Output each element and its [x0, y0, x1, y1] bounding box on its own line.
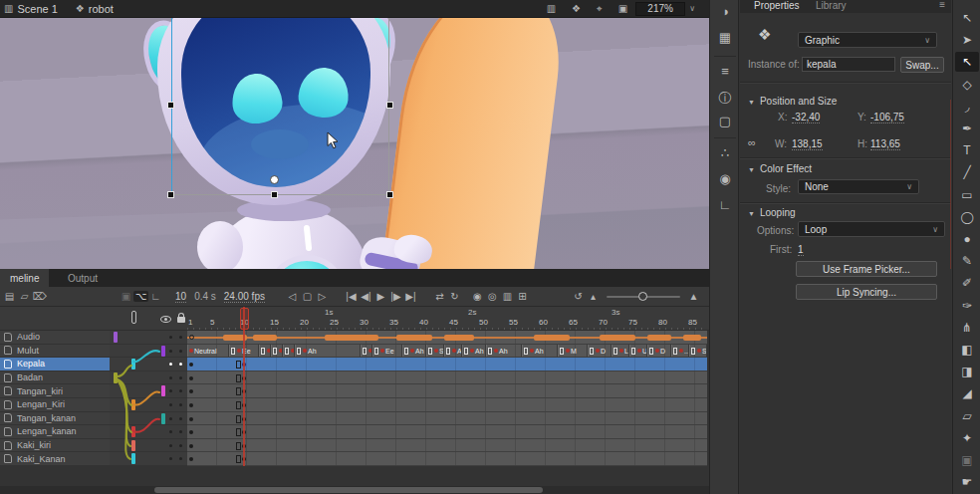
selection-handle-bottom-center[interactable] [271, 191, 278, 198]
step-forward-button[interactable]: |▶ [388, 291, 403, 302]
layer-name-tangan_kanan[interactable]: Tangan_kanan [0, 412, 110, 426]
mouth-keyframe-segment[interactable]: S [426, 345, 444, 359]
stage-canvas[interactable] [0, 18, 709, 269]
robot-left-shoulder[interactable] [197, 221, 243, 269]
transformation-point[interactable] [270, 175, 279, 184]
layer-row-lengan_kanan[interactable]: Lengan_kanan [0, 425, 709, 439]
onion-outlines-button[interactable]: ◎ [485, 291, 500, 302]
clip-content-icon[interactable]: ▣ [618, 3, 627, 14]
layer-row-lengan_kiri[interactable]: Lengan_Kiri [0, 398, 709, 412]
show-hide-all-icon[interactable] [160, 316, 171, 323]
layer-parent-cell[interactable] [110, 398, 165, 412]
layer-row-kepala[interactable]: Kepala [0, 358, 709, 371]
align-panel-icon[interactable]: ≡ [710, 64, 740, 79]
mouth-keyframe-segment[interactable]: D [361, 345, 372, 359]
lip-syncing-button[interactable]: Lip Syncing... [796, 284, 937, 300]
frames-lane-badan[interactable] [187, 371, 707, 385]
eraser-tool[interactable]: ▱ [955, 406, 979, 426]
onion-skin-button[interactable]: ◉ [470, 291, 485, 302]
layer-name-kaki_kiri[interactable]: Kaki_kiri [0, 439, 110, 453]
zoom-out-frames-button[interactable]: ▴ [586, 291, 601, 302]
ink-bottle-tool[interactable]: ◨ [955, 362, 979, 381]
frame-zoom-knob[interactable] [638, 292, 647, 301]
mouth-keyframe-segment[interactable]: D [647, 345, 671, 359]
w-value[interactable]: 138,15 [792, 138, 823, 150]
frames-lane-kaki_kiri[interactable] [187, 439, 707, 453]
brush-library-panel-icon[interactable]: ∴ [710, 145, 740, 160]
section-looping[interactable]: ▼Looping [748, 207, 796, 218]
mouth-keyframe-segment[interactable]: Ah [295, 345, 361, 359]
selection-tool[interactable]: ↖ [955, 8, 979, 28]
layer-row-tangan_kanan[interactable]: Tangan_kanan [0, 412, 709, 426]
bone-tool[interactable]: ⋔ [955, 318, 979, 338]
layer-parent-cell[interactable] [110, 371, 165, 385]
layer-name-lengan_kiri[interactable]: Lengan_Kiri [0, 398, 110, 412]
camera-tool[interactable]: ▣ [955, 450, 979, 470]
layer-parent-cell[interactable] [110, 452, 165, 466]
hand-tool[interactable]: ☛ [955, 472, 979, 492]
selection-bounding-box[interactable] [171, 18, 389, 195]
mouth-keyframe-segment[interactable]: Ee [271, 345, 283, 359]
layer-row-badan[interactable]: Badan [0, 371, 709, 385]
pencil-tool[interactable]: ✎ [955, 251, 979, 271]
layer-parent-cell[interactable] [110, 425, 165, 439]
mouth-keyframe-segment[interactable]: Uh [629, 345, 647, 359]
loop-range-button[interactable]: ▢ [300, 291, 315, 302]
mouth-keyframe-segment[interactable]: Ah [402, 345, 426, 359]
frames-lane-mulut[interactable]: NeutralEeDEeFAhDEeAhSAhAhAhAhMDLUhD..S [187, 345, 707, 359]
frame-ruler[interactable]: 15101520253035404550556065707580851s2s3s [187, 307, 707, 331]
lock-all-icon[interactable] [177, 317, 185, 323]
selection-handle-right[interactable] [386, 102, 393, 109]
y-value[interactable]: -106,75 [870, 112, 904, 124]
play-button[interactable]: ▶ [373, 291, 388, 302]
frames-lane-kaki_kanan[interactable] [187, 452, 707, 466]
layer-parent-cell[interactable] [110, 358, 165, 371]
scene-breadcrumb[interactable]: Scene 1 [17, 3, 57, 15]
transform-selection-tool[interactable]: ↖ [955, 52, 979, 72]
tab-library[interactable]: Library [816, 0, 847, 11]
orange-background-shape[interactable] [376, 18, 567, 269]
mouth-keyframe-segment[interactable]: Ah [486, 345, 522, 359]
frames-lane-tangan_kiri[interactable] [187, 384, 707, 398]
fps-value[interactable]: 24.00 fps [224, 291, 265, 303]
panel-menu-icon[interactable]: ≡ [939, 0, 945, 10]
instance-name-field[interactable] [802, 57, 895, 72]
eyedropper-tool[interactable]: ◢ [955, 383, 979, 403]
layer-name-kaki_kanan[interactable]: Kaki_Kanan [0, 452, 110, 466]
mouth-keyframe-segment[interactable]: .. [671, 345, 689, 359]
mouth-keyframe-segment[interactable]: Ee [229, 345, 259, 359]
edit-symbol-icon[interactable]: ❖ [572, 3, 581, 14]
layer-name-badan[interactable]: Badan [0, 371, 110, 385]
new-layer-button[interactable]: ▤ [2, 291, 17, 302]
fluid-brush-tool[interactable]: ✑ [955, 296, 979, 316]
layer-status-dots[interactable] [165, 371, 187, 385]
layer-row-kaki_kanan[interactable]: Kaki_Kanan [0, 452, 709, 466]
mouth-keyframe-segment[interactable]: L [612, 345, 629, 359]
mouth-keyframe-segment[interactable]: D [588, 345, 612, 359]
go-first-frame-button[interactable]: |◀ [344, 291, 359, 302]
stage-zoom-chevron-icon[interactable]: ∨ [689, 4, 695, 13]
mouth-keyframe-segment[interactable]: F [283, 345, 295, 359]
frame-zoom-slider[interactable] [607, 296, 680, 298]
step-back-button[interactable]: ◀| [359, 291, 373, 302]
layer-row-mulut[interactable]: MulutNeutralEeDEeFAhDEeAhSAhAhAhAhMDLUhD… [0, 345, 709, 359]
paint-brush-tool[interactable]: ✐ [955, 273, 979, 293]
layer-name-lengan_kanan[interactable]: Lengan_kanan [0, 425, 110, 439]
selection-handle-left[interactable] [167, 102, 174, 109]
show-parenting-button[interactable]: ⌥ [133, 291, 148, 302]
mouth-keyframe-segment[interactable]: M [558, 345, 588, 359]
new-folder-button[interactable]: ▱ [17, 291, 32, 302]
edit-scene-icon[interactable]: ▥ [547, 3, 556, 14]
tab-output[interactable]: Output [58, 269, 108, 287]
mouth-keyframe-segment[interactable]: Ah [462, 345, 486, 359]
mouth-keyframe-segment[interactable]: S [689, 345, 707, 359]
layer-status-dots[interactable] [165, 452, 187, 466]
layer-status-dots[interactable] [165, 331, 187, 345]
zoom-in-frames-button[interactable]: ▲ [686, 291, 701, 302]
symbol-breadcrumb[interactable]: robot [89, 3, 114, 15]
current-frame-value[interactable]: 10 [175, 291, 186, 303]
use-frame-picker-button[interactable]: Use Frame Picker... [796, 261, 937, 277]
layer-row-audio[interactable]: Audio [0, 331, 709, 345]
tab-timeline[interactable]: meline [0, 269, 49, 287]
layer-name-kepala[interactable]: Kepala [0, 358, 110, 371]
